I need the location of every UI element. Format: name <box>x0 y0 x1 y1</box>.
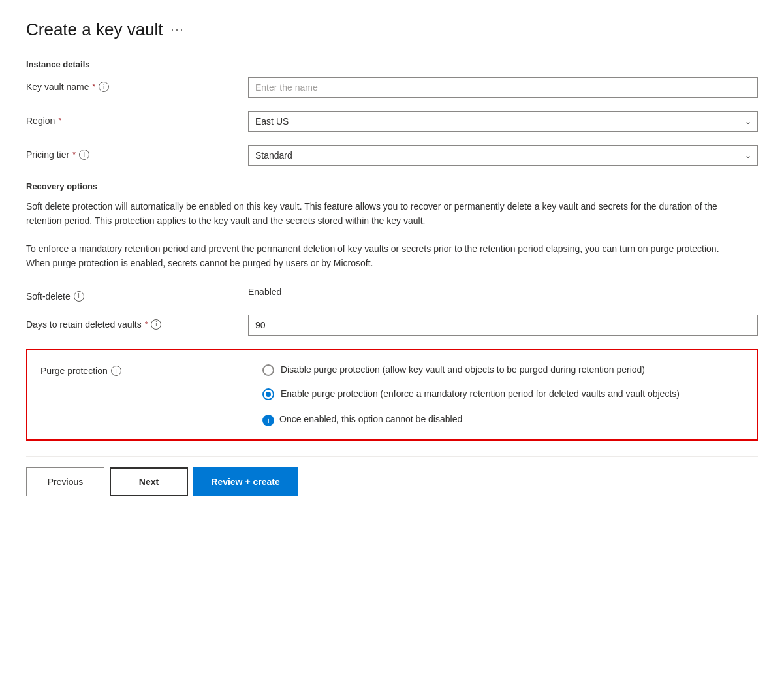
key-vault-name-info-icon[interactable]: i <box>99 82 109 92</box>
purge-protection-info-icon[interactable]: i <box>111 366 121 376</box>
purge-enable-option[interactable]: Enable purge protection (enforce a manda… <box>262 387 744 401</box>
days-retain-input[interactable] <box>248 315 758 336</box>
soft-delete-row: Soft-delete i Enabled <box>26 287 758 302</box>
days-retain-required-star: * <box>145 320 148 329</box>
purge-disable-radio[interactable] <box>262 364 274 376</box>
soft-delete-value: Enabled <box>248 287 758 297</box>
recovery-options-label: Recovery options <box>26 181 758 191</box>
purge-notice-icon: i <box>262 415 274 426</box>
pricing-tier-required-star: * <box>72 150 76 159</box>
region-select[interactable]: East US West US West Europe East Asia <box>248 111 758 132</box>
region-required-star: * <box>58 116 61 125</box>
soft-delete-label: Soft-delete i <box>26 287 248 302</box>
key-vault-name-label: Key vault name * i <box>26 77 248 92</box>
soft-delete-info-icon[interactable]: i <box>74 291 84 302</box>
days-retain-row: Days to retain deleted vaults * i <box>26 315 758 336</box>
review-create-button[interactable]: Review + create <box>193 467 298 496</box>
key-vault-name-row: Key vault name * i <box>26 77 758 98</box>
region-row: Region * East US West US West Europe Eas… <box>26 111 758 132</box>
days-retain-field-wrapper <box>248 315 758 336</box>
days-retain-label: Days to retain deleted vaults * i <box>26 315 248 330</box>
required-star: * <box>93 82 96 91</box>
purge-notice-text: Once enabled, this option cannot be disa… <box>279 414 462 424</box>
purge-disable-option[interactable]: Disable purge protection (allow key vaul… <box>262 363 744 377</box>
purge-description: To enforce a mandatory retention period … <box>26 242 744 271</box>
pricing-tier-row: Pricing tier * i Standard Premium ⌄ <box>26 145 758 166</box>
region-select-wrapper: East US West US West Europe East Asia ⌄ <box>248 111 758 132</box>
purge-protection-options: Disable purge protection (allow key vaul… <box>262 363 744 426</box>
soft-delete-description: Soft delete protection will automaticall… <box>26 199 744 229</box>
purge-protection-label: Purge protection i <box>40 363 262 376</box>
purge-enable-label: Enable purge protection (enforce a manda… <box>281 387 680 401</box>
key-vault-name-field-wrapper <box>248 77 758 98</box>
region-label: Region * <box>26 111 248 126</box>
purge-enable-radio[interactable] <box>262 388 274 400</box>
footer-bar: Previous Next Review + create <box>26 456 758 496</box>
purge-disable-label: Disable purge protection (allow key vaul… <box>281 363 645 377</box>
previous-button[interactable]: Previous <box>26 467 104 496</box>
pricing-tier-field-wrapper: Standard Premium ⌄ <box>248 145 758 166</box>
pricing-tier-select-wrapper: Standard Premium ⌄ <box>248 145 758 166</box>
days-retain-info-icon[interactable]: i <box>151 319 161 330</box>
region-field-wrapper: East US West US West Europe East Asia ⌄ <box>248 111 758 132</box>
purge-notice: i Once enabled, this option cannot be di… <box>262 414 744 426</box>
next-button[interactable]: Next <box>110 467 188 496</box>
pricing-tier-info-icon[interactable]: i <box>79 150 89 160</box>
page-title: Create a key vault <box>26 20 163 40</box>
pricing-tier-select[interactable]: Standard Premium <box>248 145 758 166</box>
more-options-icon[interactable]: ··· <box>171 23 185 37</box>
key-vault-name-input[interactable] <box>248 77 758 98</box>
purge-protection-section: Purge protection i Disable purge protect… <box>26 349 758 441</box>
pricing-tier-label: Pricing tier * i <box>26 145 248 160</box>
purge-protection-row: Purge protection i Disable purge protect… <box>40 363 744 426</box>
instance-details-label: Instance details <box>26 59 758 69</box>
